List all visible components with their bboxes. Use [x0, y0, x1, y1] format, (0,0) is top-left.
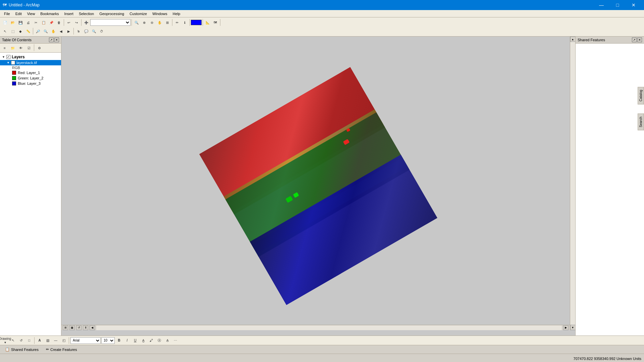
- text-outline-button[interactable]: Ⓐ: [156, 337, 163, 344]
- data-view-button[interactable]: 🗺: [212, 19, 219, 26]
- layout-view-button[interactable]: 📐: [204, 19, 211, 26]
- shadow-button[interactable]: ◰: [60, 337, 67, 344]
- pan-button[interactable]: ✋: [156, 19, 163, 26]
- layer-expand-arrow[interactable]: ▼: [7, 61, 10, 64]
- identify-tool[interactable]: 🖱: [75, 27, 82, 35]
- print-button[interactable]: 🖨: [24, 19, 32, 26]
- maximize-button[interactable]: □: [610, 0, 625, 10]
- toc-close-button[interactable]: ✕: [54, 38, 59, 42]
- scroll-track-vertical[interactable]: [570, 42, 576, 325]
- new-button[interactable]: 📄: [1, 19, 9, 26]
- map-area[interactable]: ▲ ▼ ⊞ ▦ ↺ ⏸ ◀ ▶: [61, 37, 575, 336]
- full-extent-button[interactable]: ⊞: [164, 19, 171, 26]
- redo-button[interactable]: ↪: [73, 19, 80, 26]
- italic-button[interactable]: I: [123, 337, 131, 344]
- menu-bookmarks[interactable]: Bookmarks: [38, 11, 61, 16]
- rotate-tool[interactable]: ↺: [17, 337, 25, 344]
- search-tab[interactable]: Search: [638, 114, 644, 130]
- draw-rect-tool[interactable]: □: [25, 337, 33, 344]
- identify-button[interactable]: ℹ: [181, 19, 189, 26]
- paste-button[interactable]: 📌: [48, 19, 55, 26]
- font-size-dropdown[interactable]: 10: [101, 337, 115, 344]
- open-button[interactable]: 📂: [9, 19, 16, 26]
- font-name-dropdown[interactable]: Arial: [70, 337, 101, 344]
- layer-checkbox[interactable]: [11, 61, 15, 65]
- go-back-button[interactable]: ◀: [57, 27, 65, 35]
- fill-color-button[interactable]: ▧: [44, 337, 51, 344]
- undo-button[interactable]: ↩: [65, 19, 72, 26]
- scroll-down-button[interactable]: ▼: [570, 325, 576, 330]
- toc-list-by-drawing-order[interactable]: ≡: [1, 44, 8, 52]
- save-button[interactable]: 💾: [17, 19, 24, 26]
- toc-list-by-source[interactable]: 📁: [9, 44, 16, 52]
- sf-tab-shared-features[interactable]: 📋 Shared Features: [3, 346, 41, 353]
- zoom-out-button[interactable]: ⊖: [148, 19, 156, 26]
- select-tool[interactable]: ↖: [9, 337, 17, 344]
- add-data-button[interactable]: ➕: [83, 19, 90, 26]
- map-nav-btn-1[interactable]: ⊞: [63, 325, 68, 330]
- layers-expand-arrow[interactable]: ▼: [2, 55, 5, 59]
- layers-checkbox[interactable]: [6, 55, 10, 59]
- drawing-dropdown-button[interactable]: Drawing ▾: [1, 337, 9, 344]
- toc-list-by-visibility[interactable]: 👁: [17, 44, 24, 52]
- select-button[interactable]: ↖: [1, 27, 9, 35]
- pan-fixed[interactable]: ✋: [50, 27, 57, 35]
- toc-options-button[interactable]: ⚙: [36, 44, 43, 52]
- scale-dropdown[interactable]: [90, 19, 130, 26]
- text-color-button[interactable]: A̲: [140, 337, 147, 344]
- time-slider[interactable]: ⏱: [98, 27, 105, 35]
- toolbar-sep-5: [190, 19, 190, 26]
- color-swatch[interactable]: [191, 20, 202, 25]
- zoom-in-button[interactable]: ⊕: [141, 19, 148, 26]
- menu-customize[interactable]: Customize: [127, 11, 150, 16]
- text-shadow-button[interactable]: A̤: [164, 337, 171, 344]
- scroll-up-button[interactable]: ▲: [570, 37, 576, 42]
- horizontal-scroll-track[interactable]: [96, 325, 562, 330]
- sf-tab-create-features[interactable]: ✏ Create Features: [44, 346, 79, 353]
- map-nav-btn-5[interactable]: ◀: [90, 325, 95, 330]
- menu-geoprocessing[interactable]: Geoprocessing: [97, 11, 127, 16]
- html-popup[interactable]: 💬: [83, 27, 90, 35]
- map-nav-btn-3[interactable]: ↺: [76, 325, 82, 330]
- raster-image: [199, 67, 437, 305]
- menu-edit[interactable]: Edit: [13, 11, 24, 16]
- menu-windows[interactable]: Windows: [150, 11, 170, 16]
- go-forward-button[interactable]: ▶: [65, 27, 72, 35]
- map-nav-btn-2[interactable]: ▦: [69, 325, 75, 330]
- delete-button[interactable]: 🗑: [55, 19, 63, 26]
- text-more-button[interactable]: ⋯: [172, 337, 179, 344]
- close-button[interactable]: ✕: [626, 0, 641, 10]
- menu-help[interactable]: Help: [170, 11, 183, 16]
- sf-close-button[interactable]: ✕: [637, 38, 642, 42]
- layer-layerstack[interactable]: ▼ layerstack.tif: [0, 60, 61, 65]
- catalog-tab[interactable]: Catalog: [638, 87, 644, 104]
- map-nav-btn-4[interactable]: ⏸: [83, 325, 88, 330]
- highlight-button[interactable]: 🖍: [148, 337, 155, 344]
- bold-button[interactable]: B: [115, 337, 123, 344]
- menu-selection[interactable]: Selection: [76, 11, 97, 16]
- toc-list-by-selection[interactable]: ☑: [25, 44, 33, 52]
- find-button[interactable]: 🔍: [90, 27, 98, 35]
- copy-button[interactable]: 📋: [40, 19, 47, 26]
- sf-header: Shared Features ↗ ✕: [576, 37, 644, 44]
- underline-button[interactable]: U: [131, 337, 139, 344]
- font-color-button[interactable]: A: [36, 337, 43, 344]
- zoom-in-fixed[interactable]: 🔎: [34, 27, 42, 35]
- scroll-right-button[interactable]: ▶: [563, 325, 569, 330]
- line-color-button[interactable]: —: [52, 337, 59, 344]
- select-features-button[interactable]: ⬚: [9, 27, 16, 35]
- menu-file[interactable]: File: [1, 11, 13, 16]
- toc-layers-header: ▼ Layers: [0, 54, 61, 60]
- zoom-out-fixed[interactable]: 🔍: [42, 27, 49, 35]
- minimize-button[interactable]: —: [594, 0, 609, 10]
- menu-bar: File Edit View Bookmarks Insert Selectio…: [0, 10, 644, 17]
- cut-button[interactable]: ✂: [32, 19, 40, 26]
- menu-insert[interactable]: Insert: [61, 11, 76, 16]
- edit-vertices-button[interactable]: ◆: [17, 27, 24, 35]
- measure-button[interactable]: 📏: [24, 27, 32, 35]
- zoom-button[interactable]: 🔍: [133, 19, 140, 26]
- toc-float-button[interactable]: ↗: [49, 38, 54, 42]
- sf-float-button[interactable]: ↗: [632, 38, 637, 42]
- menu-view[interactable]: View: [24, 11, 38, 16]
- editor-button[interactable]: ✏: [173, 19, 181, 26]
